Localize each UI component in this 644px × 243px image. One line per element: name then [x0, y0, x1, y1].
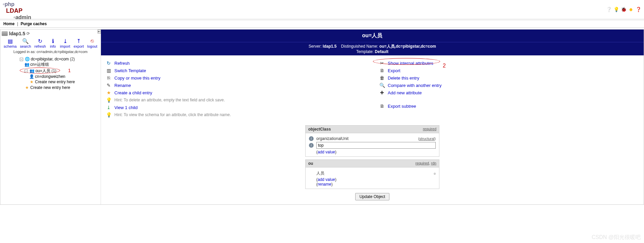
attr-tag-required: required	[416, 161, 429, 165]
action-compare[interactable]: Compare with another entry	[388, 83, 441, 88]
person-icon: 👤	[29, 74, 34, 79]
attr-tag-required: required	[423, 127, 436, 131]
tree-node-root[interactable]: dc=pibigstar, dc=com	[31, 57, 69, 61]
info-icon[interactable]: i	[309, 136, 314, 141]
import-icon: ⤓	[61, 38, 69, 44]
trash-icon: 🗑	[379, 75, 385, 81]
app-logo: ▫php LDAP ▫admin	[3, 1, 31, 17]
star-icon: ★	[106, 90, 112, 96]
scissors-icon: ✂	[379, 60, 385, 66]
attr-tag-rdn: rdn	[431, 161, 436, 165]
logged-in-as: Logged in as: cn=admin,dc=pibigstar,dc=c…	[2, 50, 99, 54]
bug-icon[interactable]: 🐞	[621, 6, 627, 12]
server-name: ldap1.5	[9, 31, 25, 36]
group-icon: 👥	[24, 62, 29, 67]
action-add-attribute[interactable]: Add new attribute	[388, 90, 422, 95]
action-export-subtree[interactable]: Export subtree	[388, 104, 416, 109]
star-icon: ★	[24, 85, 29, 90]
attr-ou: ou required, rdn 人员 ¤ add value rename	[305, 159, 439, 189]
update-object-button[interactable]: Update Object	[355, 193, 390, 200]
tb-import[interactable]: ⤓import	[60, 38, 70, 48]
refresh-action-icon: ↻	[106, 60, 112, 66]
action-refresh[interactable]: Refresh	[114, 61, 130, 66]
actions-left: ↻Refresh ▥Switch Template ⎘Copy or move …	[106, 59, 366, 118]
annotation-2: 2	[443, 63, 446, 69]
sidebar-collapse[interactable]: ⇤	[98, 30, 101, 34]
annotation-1: 1	[68, 68, 71, 73]
sidebar: ⇤ ldap1.5 ⟳ ▤schema 🔍search ↻refresh ℹin…	[0, 30, 101, 204]
question-icon[interactable]: ❓	[635, 6, 641, 12]
attr-objectclass: objectClass required i organizationalUni…	[305, 125, 439, 157]
tree-node-cn-yunweizu[interactable]: cn=运维组	[30, 62, 49, 67]
logout-icon: ⎋	[89, 38, 96, 44]
tree-collapse-ou[interactable]: −	[24, 69, 28, 73]
action-export[interactable]: Export	[388, 68, 400, 73]
search-icon: 🔍	[22, 38, 29, 44]
menu-home[interactable]: Home	[3, 21, 14, 26]
action-switch-template[interactable]: Switch Template	[114, 68, 146, 73]
ou-value: 人员	[316, 171, 324, 176]
export-subtree-icon: 🗎	[379, 103, 385, 109]
tree-node-cn-dongweizhen[interactable]: cn=dongweizhen	[35, 74, 65, 79]
top-icon-bar: ❔ 💡 🐞 ☻ ❓	[606, 6, 641, 12]
attr-name-objectclass[interactable]: objectClass	[308, 127, 331, 132]
tree-node-ou-renyuan[interactable]: ou=人员	[36, 68, 50, 73]
action-view-children[interactable]: View 1 child	[114, 105, 138, 110]
entry-info-bar: Server: ldap1.5 Distinguished Name: ou=人…	[101, 42, 644, 55]
menu-purge-caches[interactable]: Purge caches	[20, 21, 47, 26]
export-icon: ⤒	[75, 38, 83, 44]
server-refresh-icon[interactable]: ⟳	[26, 31, 30, 36]
attr-name-ou[interactable]: ou	[308, 161, 313, 166]
action-show-internal[interactable]: Show internal attributes	[388, 61, 433, 66]
tree-collapse-root[interactable]: −	[20, 58, 23, 61]
server-icon	[2, 31, 8, 36]
tb-logout[interactable]: ⎋logout	[87, 38, 97, 48]
action-rename[interactable]: Rename	[114, 83, 131, 88]
bulb-icon: 💡	[106, 97, 112, 103]
star-icon: ★	[29, 80, 34, 84]
entry-title: ou=人员	[101, 30, 644, 42]
tb-export[interactable]: ⤒export	[73, 38, 84, 48]
oc-add-value[interactable]: add value	[316, 150, 336, 154]
add-attr-icon: ✚	[379, 90, 385, 96]
create-new-entry-inner[interactable]: Create new entry here	[35, 80, 75, 84]
actions-right: 2 ✂Show internal attributes 🗎Export 🗑Del…	[379, 59, 639, 118]
info-icon[interactable]: i	[309, 143, 314, 148]
tb-refresh[interactable]: ↻refresh	[35, 38, 46, 48]
hint-delete-attr: Hint: To delete an attribute, empty the …	[114, 98, 225, 102]
info-icon: ℹ	[49, 38, 57, 44]
smile-icon[interactable]: ☻	[628, 6, 634, 12]
action-create-child[interactable]: Create a child entry	[114, 90, 152, 95]
tree: − 🌐 dc=pibigstar, dc=com (2) 👥 cn=运维组 − …	[2, 56, 99, 91]
tb-info[interactable]: ℹinfo	[49, 38, 57, 48]
help-icon[interactable]: ❔	[606, 6, 612, 12]
children-icon: ⤓	[106, 104, 112, 110]
menu-bar: Home | Purge caches	[0, 20, 644, 28]
tb-schema[interactable]: ▤schema	[4, 38, 17, 48]
action-delete[interactable]: Delete this entry	[388, 76, 419, 81]
oc-value-orgunit: organizationalUnit	[316, 136, 348, 141]
compare-icon: 🔍	[379, 82, 385, 88]
rdn-mark: ¤	[434, 172, 436, 176]
create-new-entry-outer[interactable]: Create new entry here	[30, 85, 70, 90]
hint-view-schema: Hint: To view the schema for an attribut…	[114, 112, 231, 117]
action-copy-move[interactable]: Copy or move this entry	[114, 76, 160, 81]
tb-search[interactable]: 🔍search	[20, 38, 31, 48]
ou-rename[interactable]: rename	[316, 182, 333, 187]
structural-link[interactable]: structural	[419, 137, 434, 141]
rename-icon: ✎	[106, 82, 112, 88]
bulb-icon[interactable]: 💡	[613, 6, 619, 12]
schema-icon: ▤	[6, 38, 14, 44]
ou-icon: 👥	[30, 68, 34, 73]
globe-icon: 🌐	[25, 57, 30, 61]
refresh-icon: ↻	[37, 38, 44, 44]
copy-icon: ⎘	[106, 75, 112, 81]
content: ou=人员 Server: ldap1.5 Distinguished Name…	[101, 30, 644, 204]
bulb-icon: 💡	[106, 112, 112, 118]
sidebar-toolbar: ▤schema 🔍search ↻refresh ℹinfo ⤓import ⤒…	[2, 38, 99, 48]
switch-template-icon: ▥	[106, 67, 112, 74]
export-action-icon: 🗎	[379, 67, 385, 74]
oc-value-top-input[interactable]	[316, 142, 436, 149]
ou-add-value[interactable]: add value	[316, 177, 336, 182]
